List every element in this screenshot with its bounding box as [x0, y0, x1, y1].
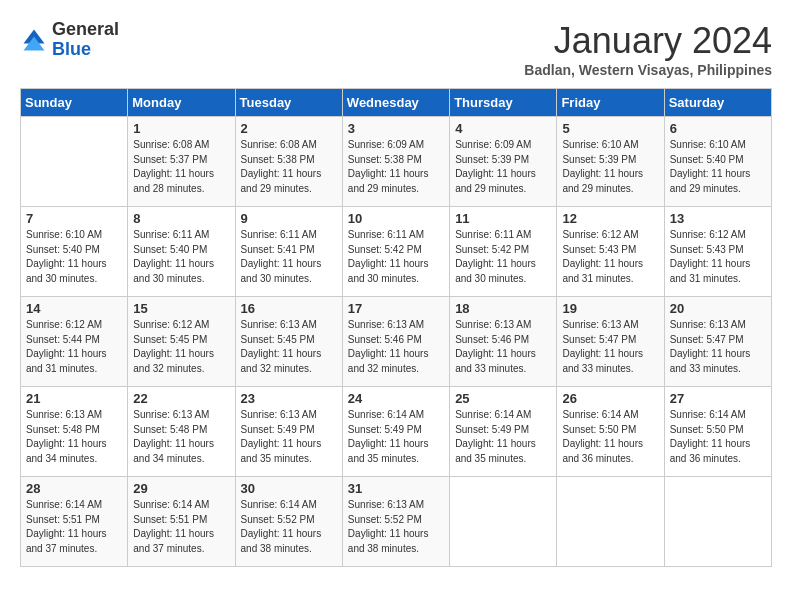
- calendar-cell: 3Sunrise: 6:09 AMSunset: 5:38 PMDaylight…: [342, 117, 449, 207]
- day-info: Sunrise: 6:13 AMSunset: 5:47 PMDaylight:…: [670, 318, 766, 376]
- day-number: 24: [348, 391, 444, 406]
- day-number: 4: [455, 121, 551, 136]
- calendar-cell: 25Sunrise: 6:14 AMSunset: 5:49 PMDayligh…: [450, 387, 557, 477]
- day-number: 9: [241, 211, 337, 226]
- logo-general-text: General: [52, 20, 119, 40]
- calendar-week-row: 7Sunrise: 6:10 AMSunset: 5:40 PMDaylight…: [21, 207, 772, 297]
- day-info: Sunrise: 6:14 AMSunset: 5:52 PMDaylight:…: [241, 498, 337, 556]
- day-info: Sunrise: 6:11 AMSunset: 5:42 PMDaylight:…: [348, 228, 444, 286]
- column-header-friday: Friday: [557, 89, 664, 117]
- month-title: January 2024: [524, 20, 772, 62]
- column-header-sunday: Sunday: [21, 89, 128, 117]
- calendar-cell: 21Sunrise: 6:13 AMSunset: 5:48 PMDayligh…: [21, 387, 128, 477]
- day-number: 1: [133, 121, 229, 136]
- day-info: Sunrise: 6:10 AMSunset: 5:40 PMDaylight:…: [26, 228, 122, 286]
- calendar-table: SundayMondayTuesdayWednesdayThursdayFrid…: [20, 88, 772, 567]
- day-info: Sunrise: 6:12 AMSunset: 5:45 PMDaylight:…: [133, 318, 229, 376]
- calendar-cell: 31Sunrise: 6:13 AMSunset: 5:52 PMDayligh…: [342, 477, 449, 567]
- day-number: 20: [670, 301, 766, 316]
- day-number: 17: [348, 301, 444, 316]
- calendar-week-row: 14Sunrise: 6:12 AMSunset: 5:44 PMDayligh…: [21, 297, 772, 387]
- column-header-saturday: Saturday: [664, 89, 771, 117]
- day-number: 5: [562, 121, 658, 136]
- page-header: General Blue January 2024 Badlan, Wester…: [20, 20, 772, 78]
- day-info: Sunrise: 6:08 AMSunset: 5:38 PMDaylight:…: [241, 138, 337, 196]
- calendar-cell: 1Sunrise: 6:08 AMSunset: 5:37 PMDaylight…: [128, 117, 235, 207]
- calendar-cell: 14Sunrise: 6:12 AMSunset: 5:44 PMDayligh…: [21, 297, 128, 387]
- day-info: Sunrise: 6:13 AMSunset: 5:48 PMDaylight:…: [133, 408, 229, 466]
- day-info: Sunrise: 6:10 AMSunset: 5:40 PMDaylight:…: [670, 138, 766, 196]
- calendar-cell: 15Sunrise: 6:12 AMSunset: 5:45 PMDayligh…: [128, 297, 235, 387]
- day-info: Sunrise: 6:14 AMSunset: 5:50 PMDaylight:…: [670, 408, 766, 466]
- calendar-cell: 9Sunrise: 6:11 AMSunset: 5:41 PMDaylight…: [235, 207, 342, 297]
- day-info: Sunrise: 6:13 AMSunset: 5:46 PMDaylight:…: [348, 318, 444, 376]
- day-number: 25: [455, 391, 551, 406]
- day-number: 26: [562, 391, 658, 406]
- day-number: 6: [670, 121, 766, 136]
- day-info: Sunrise: 6:12 AMSunset: 5:43 PMDaylight:…: [670, 228, 766, 286]
- calendar-week-row: 1Sunrise: 6:08 AMSunset: 5:37 PMDaylight…: [21, 117, 772, 207]
- calendar-cell: [450, 477, 557, 567]
- day-number: 16: [241, 301, 337, 316]
- calendar-cell: 23Sunrise: 6:13 AMSunset: 5:49 PMDayligh…: [235, 387, 342, 477]
- column-header-tuesday: Tuesday: [235, 89, 342, 117]
- calendar-cell: 16Sunrise: 6:13 AMSunset: 5:45 PMDayligh…: [235, 297, 342, 387]
- day-number: 15: [133, 301, 229, 316]
- day-number: 12: [562, 211, 658, 226]
- day-number: 21: [26, 391, 122, 406]
- calendar-cell: 7Sunrise: 6:10 AMSunset: 5:40 PMDaylight…: [21, 207, 128, 297]
- day-info: Sunrise: 6:14 AMSunset: 5:49 PMDaylight:…: [348, 408, 444, 466]
- day-number: 23: [241, 391, 337, 406]
- day-info: Sunrise: 6:13 AMSunset: 5:49 PMDaylight:…: [241, 408, 337, 466]
- day-number: 7: [26, 211, 122, 226]
- day-info: Sunrise: 6:12 AMSunset: 5:43 PMDaylight:…: [562, 228, 658, 286]
- day-number: 31: [348, 481, 444, 496]
- calendar-cell: 20Sunrise: 6:13 AMSunset: 5:47 PMDayligh…: [664, 297, 771, 387]
- column-header-thursday: Thursday: [450, 89, 557, 117]
- calendar-cell: 2Sunrise: 6:08 AMSunset: 5:38 PMDaylight…: [235, 117, 342, 207]
- day-info: Sunrise: 6:09 AMSunset: 5:39 PMDaylight:…: [455, 138, 551, 196]
- day-info: Sunrise: 6:14 AMSunset: 5:49 PMDaylight:…: [455, 408, 551, 466]
- calendar-cell: 5Sunrise: 6:10 AMSunset: 5:39 PMDaylight…: [557, 117, 664, 207]
- day-info: Sunrise: 6:09 AMSunset: 5:38 PMDaylight:…: [348, 138, 444, 196]
- day-info: Sunrise: 6:14 AMSunset: 5:51 PMDaylight:…: [133, 498, 229, 556]
- day-number: 18: [455, 301, 551, 316]
- day-number: 29: [133, 481, 229, 496]
- day-number: 14: [26, 301, 122, 316]
- day-number: 3: [348, 121, 444, 136]
- calendar-cell: 18Sunrise: 6:13 AMSunset: 5:46 PMDayligh…: [450, 297, 557, 387]
- calendar-week-row: 21Sunrise: 6:13 AMSunset: 5:48 PMDayligh…: [21, 387, 772, 477]
- day-number: 28: [26, 481, 122, 496]
- day-info: Sunrise: 6:13 AMSunset: 5:48 PMDaylight:…: [26, 408, 122, 466]
- calendar-cell: 10Sunrise: 6:11 AMSunset: 5:42 PMDayligh…: [342, 207, 449, 297]
- calendar-cell: 28Sunrise: 6:14 AMSunset: 5:51 PMDayligh…: [21, 477, 128, 567]
- day-info: Sunrise: 6:13 AMSunset: 5:45 PMDaylight:…: [241, 318, 337, 376]
- day-info: Sunrise: 6:11 AMSunset: 5:41 PMDaylight:…: [241, 228, 337, 286]
- day-info: Sunrise: 6:12 AMSunset: 5:44 PMDaylight:…: [26, 318, 122, 376]
- day-number: 11: [455, 211, 551, 226]
- calendar-cell: [21, 117, 128, 207]
- calendar-cell: [557, 477, 664, 567]
- calendar-cell: 19Sunrise: 6:13 AMSunset: 5:47 PMDayligh…: [557, 297, 664, 387]
- calendar-cell: 8Sunrise: 6:11 AMSunset: 5:40 PMDaylight…: [128, 207, 235, 297]
- calendar-cell: 22Sunrise: 6:13 AMSunset: 5:48 PMDayligh…: [128, 387, 235, 477]
- day-info: Sunrise: 6:08 AMSunset: 5:37 PMDaylight:…: [133, 138, 229, 196]
- calendar-cell: 12Sunrise: 6:12 AMSunset: 5:43 PMDayligh…: [557, 207, 664, 297]
- calendar-cell: 11Sunrise: 6:11 AMSunset: 5:42 PMDayligh…: [450, 207, 557, 297]
- day-info: Sunrise: 6:14 AMSunset: 5:50 PMDaylight:…: [562, 408, 658, 466]
- day-info: Sunrise: 6:10 AMSunset: 5:39 PMDaylight:…: [562, 138, 658, 196]
- calendar-cell: 24Sunrise: 6:14 AMSunset: 5:49 PMDayligh…: [342, 387, 449, 477]
- day-number: 22: [133, 391, 229, 406]
- day-number: 2: [241, 121, 337, 136]
- day-number: 19: [562, 301, 658, 316]
- day-number: 13: [670, 211, 766, 226]
- day-info: Sunrise: 6:13 AMSunset: 5:47 PMDaylight:…: [562, 318, 658, 376]
- calendar-week-row: 28Sunrise: 6:14 AMSunset: 5:51 PMDayligh…: [21, 477, 772, 567]
- day-number: 27: [670, 391, 766, 406]
- calendar-cell: 17Sunrise: 6:13 AMSunset: 5:46 PMDayligh…: [342, 297, 449, 387]
- day-info: Sunrise: 6:14 AMSunset: 5:51 PMDaylight:…: [26, 498, 122, 556]
- calendar-cell: 29Sunrise: 6:14 AMSunset: 5:51 PMDayligh…: [128, 477, 235, 567]
- calendar-cell: [664, 477, 771, 567]
- calendar-cell: 4Sunrise: 6:09 AMSunset: 5:39 PMDaylight…: [450, 117, 557, 207]
- calendar-cell: 6Sunrise: 6:10 AMSunset: 5:40 PMDaylight…: [664, 117, 771, 207]
